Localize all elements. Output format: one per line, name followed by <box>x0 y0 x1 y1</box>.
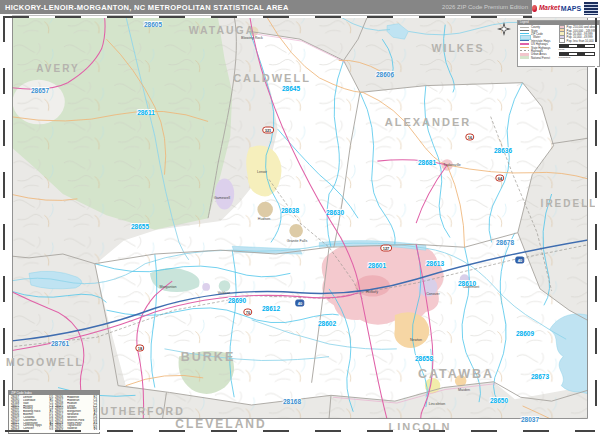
zip-label-28609: 28609 <box>516 330 534 337</box>
city-label-taylorsville: Taylorsville <box>443 163 461 167</box>
zip-label-28601: 28601 <box>368 262 386 269</box>
zip-label-28610: 28610 <box>458 280 476 287</box>
county-label-caldwell: CALDWELL <box>233 72 311 84</box>
interstate-swatch-icon <box>520 40 529 41</box>
legend-population-list: Pop. 250,000 and abovePop. 100,000 - 249… <box>559 26 597 60</box>
city-label-hudson: Hudson <box>258 217 270 221</box>
zip-label-28678: 28678 <box>496 239 514 246</box>
logo-contact-box <box>584 2 598 15</box>
zip-label-28602: 28602 <box>318 320 336 327</box>
zip-label-28690: 28690 <box>228 297 246 304</box>
scale-bar-km: Kilometers <box>559 52 597 59</box>
county-label-rutherford: RUTHERFORD <box>91 405 185 417</box>
map-title: HICKORY-LENOIR-MORGANTON, NC METROPOLITA… <box>5 3 289 12</box>
legend-symbol-list: CountyStateZIP CodeWaterInterstate HwysU… <box>520 26 556 60</box>
city-label-valdese: Valdese <box>218 291 231 295</box>
city-label-maiden: Maiden <box>458 388 470 392</box>
highway-shield-321: 321 <box>262 127 274 134</box>
county-label-burke: BURKE <box>181 350 235 364</box>
state-swatch-icon <box>520 30 529 31</box>
city-label-lenoir: Lenoir <box>257 170 267 174</box>
zip-label-28645: 28645 <box>282 85 300 92</box>
county-label-cleveland: CLEVELAND <box>175 417 266 431</box>
frame-edge-right <box>595 16 597 432</box>
zip-index-left-column: 28037DenverD528090LawndaleB528168ValeC52… <box>11 396 53 433</box>
zip-label-28657: 28657 <box>31 87 49 94</box>
zip-index-right-column: 28636HiddeniteE228637HildebranC428638Hud… <box>55 396 97 433</box>
zip-label-28037: 28037 <box>521 416 539 423</box>
zip-label-28638: 28638 <box>281 207 299 214</box>
highway-shield-40: 40 <box>515 257 524 264</box>
zip-index-table: ZIP Code Index 28037DenverD528090Lawndal… <box>8 390 100 434</box>
zip-label-28611: 28611 <box>137 109 155 116</box>
zip-label-28761: 28761 <box>51 340 69 347</box>
city-label-lincolnton: Lincolnton <box>429 402 445 406</box>
city-label-morganton: Morganton <box>159 285 176 289</box>
county-label-wilkes: WILKES <box>432 42 485 54</box>
frame-edge-top <box>3 16 597 18</box>
logo-part1: Market <box>539 5 560 12</box>
county-label-avery: AVERY <box>36 63 79 74</box>
legend-box: Legend CountyStateZIP CodeWaterInterstat… <box>517 20 600 67</box>
city-label-granite-falls: Granite Falls <box>287 239 307 243</box>
legend-item: National Forest <box>520 56 556 59</box>
city-label-hickory: Hickory <box>366 290 378 294</box>
county-swatch-icon <box>520 27 529 28</box>
rail-swatch-icon <box>520 50 529 51</box>
county-label-catawba: CATAWBA <box>418 367 494 381</box>
city-label-blowing-rock: Blowing Rock <box>241 36 263 40</box>
publisher-logo: Market MAPS <box>532 0 600 18</box>
zip-label-28168: 28168 <box>283 398 301 405</box>
zip-label-28655: 28655 <box>131 223 149 230</box>
highway-shield-40: 40 <box>295 300 304 307</box>
county-label-iredell: IREDELL <box>541 198 598 209</box>
frame-edge-left <box>3 16 5 432</box>
zip-label-28681: 28681 <box>418 159 436 166</box>
zip-label-28605: 28605 <box>144 21 162 28</box>
compass-rose-icon <box>497 22 511 36</box>
zip-label-28636: 28636 <box>494 147 512 154</box>
globe-icon <box>532 5 537 12</box>
frame-edge-bottom <box>3 430 597 432</box>
county-label-alexander: ALEXANDER <box>385 116 471 128</box>
highway-shield-127: 127 <box>380 245 392 252</box>
zip-label-28606: 28606 <box>376 71 394 78</box>
forest-swatch-icon <box>520 56 529 59</box>
logo-part2: MAPS <box>561 5 581 12</box>
county-label-mcdowell: MCDOWELL <box>6 356 84 368</box>
zip-label-28630: 28630 <box>326 209 344 216</box>
zip-label-28650: 28650 <box>490 397 508 404</box>
zip-label-28613: 28613 <box>426 260 444 267</box>
zip-label-28658: 28658 <box>415 355 433 362</box>
zip-label-28612: 28612 <box>262 305 280 312</box>
sthwy-swatch-icon <box>520 47 529 48</box>
ushwy-swatch-icon <box>520 43 529 44</box>
city-label-gamewell: Gamewell <box>214 196 230 200</box>
scale-bar-miles: Miles <box>559 44 597 51</box>
zip-label-28673: 28673 <box>531 373 549 380</box>
edition-label: 2026 ZIP Code Premium Edition <box>442 4 528 10</box>
header-bar: HICKORY-LENOIR-MORGANTON, NC METROPOLITA… <box>0 0 600 14</box>
city-label-newton: Newton <box>410 338 422 342</box>
legend-population-item: Pop. less than 10,000 <box>559 39 597 42</box>
map-poster: { "header": { "title": "HICKORY-LENOIR-M… <box>0 0 600 435</box>
city-label-conover: Conover <box>426 292 440 296</box>
county-label-watauga: WATAUGA <box>189 24 256 36</box>
